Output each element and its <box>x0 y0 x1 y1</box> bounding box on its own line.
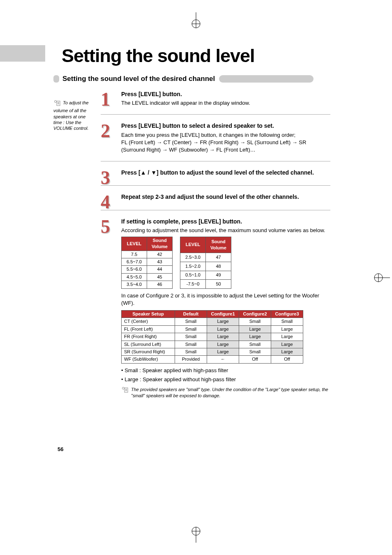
configure-table: Speaker Setup Default Configure1 Configu… <box>121 310 303 364</box>
page-number: 56 <box>58 446 63 452</box>
footer-note-text: The provided speakers are "small" type. … <box>131 387 330 399</box>
table-row: SL (Surround Left)SmallLargeSmallLarge <box>122 341 303 348</box>
table-row: CT (Center)SmallLargeSmallSmall <box>122 318 303 325</box>
page-content: Setting the sound level Setting the soun… <box>0 0 392 407</box>
step-title: Press [LEVEL] button to select a desired… <box>121 122 330 129</box>
note-icon <box>53 100 61 108</box>
configure-note: In case of Configure 2 or 3, it is impos… <box>121 292 330 307</box>
arrow-up-icon <box>141 169 146 176</box>
bullet-list: • Small : Speaker applied with high-pass… <box>121 367 330 383</box>
step-4: 44 Repeat step 2-3 and adjust the sound … <box>101 193 330 210</box>
note-icon <box>121 387 129 399</box>
step-number: 33 <box>101 167 110 189</box>
level-table-left: LEVELSound Volume 7.542 6.5~7.043 5.5~6.… <box>121 237 173 289</box>
step-body: Each time you press the [LEVEL] button, … <box>121 131 330 154</box>
step-3: 33 Press [ / ] button to adjust the soun… <box>101 169 330 186</box>
step-title: Repeat step 2-3 and adjust the sound lev… <box>121 193 330 200</box>
step-number: 44 <box>101 191 110 213</box>
section-bullet <box>53 75 59 83</box>
step-title: Press [ / ] button to adjust the sound l… <box>121 169 330 176</box>
step-5: 55 If setting is complete, press [LEVEL]… <box>101 218 330 407</box>
table-row: WF (SubWoofer)Provided←OffOff <box>122 356 303 363</box>
sidebar-note: To adjust the volume of all the speakers… <box>53 100 95 131</box>
arrow-down-icon <box>151 169 157 176</box>
level-tables: LEVELSound Volume 7.542 6.5~7.043 5.5~6.… <box>121 237 330 289</box>
step-body: The LEVEL indicator will appear in the d… <box>121 99 330 107</box>
section-heading: Setting the sound level of the desired c… <box>62 75 215 83</box>
section-tail <box>219 75 314 83</box>
svg-point-12 <box>55 101 57 103</box>
page-title: Setting the sound level <box>62 45 330 67</box>
step-number: 11 <box>101 88 110 110</box>
step-2: 22 Press [LEVEL] button to select a desi… <box>101 122 330 161</box>
footer-note: The provided speakers are "small" type. … <box>121 387 330 399</box>
step-1: 11 Press [LEVEL] button. The LEVEL indic… <box>101 90 330 115</box>
section-heading-bar: Setting the sound level of the desired c… <box>53 75 330 83</box>
step-title: Press [LEVEL] button. <box>121 90 330 98</box>
crop-mark-bottom <box>188 526 204 543</box>
step-number: 22 <box>101 120 110 142</box>
svg-point-17 <box>122 387 125 389</box>
step-body: According to adjustment the sound level,… <box>121 227 330 399</box>
step-number: 55 <box>101 216 110 237</box>
step-title: If setting is complete, press [LEVEL] bu… <box>121 218 330 225</box>
level-table-right: LEVELSound Volume 2.5~3.047 1.5~2.048 0.… <box>180 237 231 289</box>
gray-tab <box>0 45 45 62</box>
steps-container: 11 Press [LEVEL] button. The LEVEL indic… <box>101 90 330 407</box>
table-row: FL (Front Left)SmallLargeLargeLarge <box>122 325 303 333</box>
table-row: SR (Surround Right)SmallLargeSmallLarge <box>122 348 303 355</box>
table-row: FR (Front Right)SmallLargeLargeLarge <box>122 333 303 341</box>
